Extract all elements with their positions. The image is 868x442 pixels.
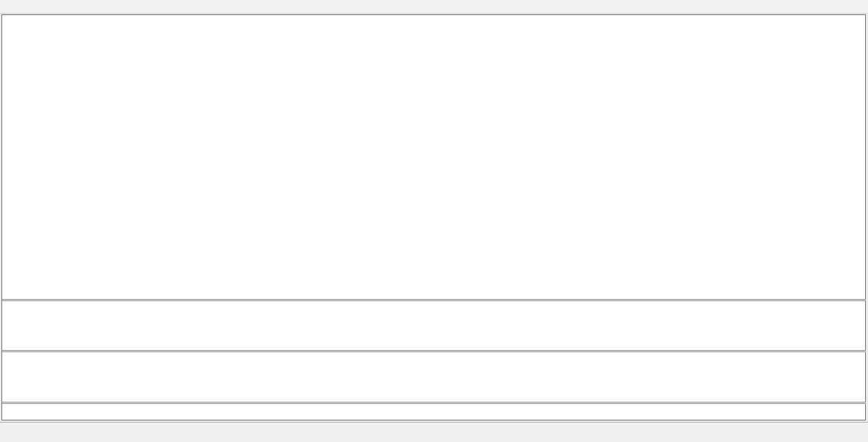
chart-canvas[interactable] bbox=[0, 0, 868, 422]
symbol-tab-bar bbox=[0, 422, 868, 442]
chart-title bbox=[9, 19, 17, 27]
pane-divider-rsi[interactable] bbox=[2, 350, 866, 352]
pane-divider-macd[interactable] bbox=[2, 299, 866, 301]
trading-app-screen bbox=[0, 0, 868, 442]
pane-divider-dates bbox=[2, 402, 866, 404]
